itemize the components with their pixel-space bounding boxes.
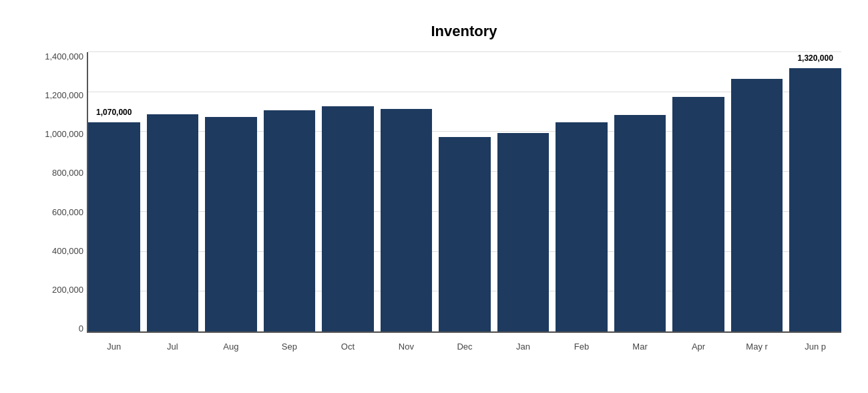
bar-group: Dec <box>439 52 491 332</box>
bar: Aug <box>205 117 257 332</box>
x-axis-label: Mar <box>614 342 666 352</box>
bar: May r <box>731 79 783 332</box>
chart-container: Inventory 0200,000400,000600,000800,0001… <box>13 9 855 384</box>
bar-group: Aug <box>205 52 257 332</box>
bars-wrapper: 1,070,000JunJulAugSepOctNovDecJanFebMarA… <box>87 52 841 333</box>
bar-group: Sep <box>264 52 316 332</box>
bar-group: Jan <box>497 52 550 332</box>
y-axis-label: 0 <box>17 324 83 333</box>
bar: Jan <box>497 133 550 332</box>
y-axis-label: 400,000 <box>17 247 83 255</box>
y-axis-label: 1,200,000 <box>17 91 83 100</box>
bar-group: Oct <box>322 52 374 332</box>
chart-area: 0200,000400,000600,000800,0001,000,0001,… <box>87 52 841 333</box>
bar-group: Mar <box>614 52 666 332</box>
y-axis-label: 1,400,000 <box>17 52 83 61</box>
y-axis-label: 1,000,000 <box>17 130 83 138</box>
x-axis-label: Feb <box>556 342 608 352</box>
bar: Mar <box>614 115 666 332</box>
x-axis-label: Oct <box>322 342 374 352</box>
x-axis-label: Sep <box>264 342 316 352</box>
bar: Sep <box>264 110 316 332</box>
bar: Dec <box>439 137 491 332</box>
bar-group: Apr <box>672 52 724 332</box>
x-axis-label: Nov <box>381 342 433 352</box>
bar-group: Nov <box>381 52 433 332</box>
bar: 1,320,000Jun p <box>789 68 841 332</box>
x-axis-label: May r <box>731 342 783 352</box>
x-axis-label: Jan <box>497 342 550 352</box>
bar: Nov <box>381 109 433 332</box>
bar-value-label: 1,070,000 <box>88 108 140 117</box>
bar-group: Jul <box>147 52 199 332</box>
x-axis-label: Jul <box>147 342 199 352</box>
y-axis-label: 800,000 <box>17 168 83 177</box>
x-axis-label: Jun p <box>789 342 841 352</box>
x-axis-label: Apr <box>672 342 724 352</box>
chart-title: Inventory <box>87 23 841 40</box>
bar-group: 1,070,000Jun <box>88 52 140 332</box>
bar-group: 1,320,000Jun p <box>789 52 841 332</box>
bar-group: May r <box>731 52 783 332</box>
x-axis-label: Dec <box>439 342 491 352</box>
x-axis-label: Jun <box>88 342 140 352</box>
y-axis: 0200,000400,000600,000800,0001,000,0001,… <box>17 52 83 333</box>
y-axis-label: 600,000 <box>17 208 83 217</box>
bar-value-label: 1,320,000 <box>789 53 841 63</box>
bar: Jul <box>147 114 199 332</box>
bar: Oct <box>322 106 374 332</box>
bar-group: Feb <box>556 52 608 332</box>
bar: Apr <box>672 97 724 332</box>
bar: Feb <box>556 122 608 332</box>
x-axis-label: Aug <box>205 342 257 352</box>
bar: 1,070,000Jun <box>88 122 140 332</box>
y-axis-label: 200,000 <box>17 285 83 294</box>
